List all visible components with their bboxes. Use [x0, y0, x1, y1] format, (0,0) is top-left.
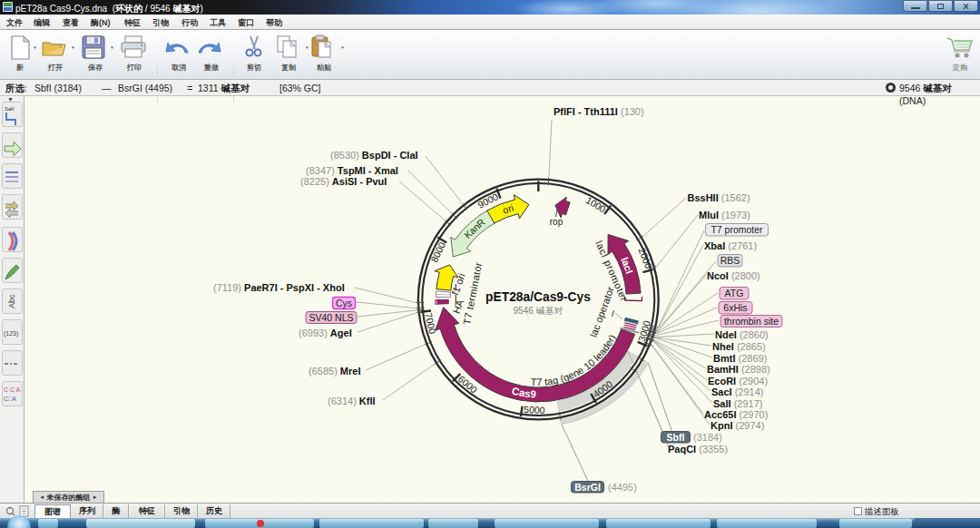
svg-text:KpnI (2974): KpnI (2974)	[710, 420, 764, 431]
svg-text:NcoI (2800): NcoI (2800)	[707, 270, 760, 281]
svg-text:2000: 2000	[636, 246, 654, 269]
svg-text:EcoRI (2904): EcoRI (2904)	[708, 376, 768, 386]
svg-text:9546 碱基对: 9546 碱基对	[513, 306, 563, 316]
svg-text:lac operator: lac operator	[588, 285, 616, 338]
svg-text:(8530) BspDI - ClaI: (8530) BspDI - ClaI	[330, 150, 418, 161]
svg-text:T7 promoter: T7 promoter	[710, 224, 763, 235]
svg-text:BmtI (2869): BmtI (2869)	[713, 353, 767, 364]
svg-text:NheI (2865): NheI (2865)	[712, 341, 766, 352]
svg-text:(6993) AgeI: (6993) AgeI	[299, 328, 352, 338]
svg-text:BsrGI: BsrGI	[574, 482, 601, 493]
svg-text:MluI (1973): MluI (1973)	[699, 210, 750, 220]
svg-text:(6314) KflI: (6314) KflI	[328, 396, 376, 406]
svg-text:Cys: Cys	[336, 298, 352, 308]
svg-text:(6585) MreI: (6585) MreI	[309, 366, 360, 376]
svg-text:PaqCI (3355): PaqCI (3355)	[668, 444, 728, 455]
svg-text:rop: rop	[550, 217, 564, 227]
svg-text:SbfI: SbfI	[667, 432, 685, 443]
svg-text:(7119) PaeR7I - PspXI - XhoI: (7119) PaeR7I - PspXI - XhoI	[213, 282, 345, 293]
svg-text:SacI (2914): SacI (2914)	[711, 386, 764, 397]
svg-text:(8225) AsiSI - PvuI: (8225) AsiSI - PvuI	[300, 176, 387, 187]
svg-text:PflFI - Tth111I (130): PflFI - Tth111I (130)	[554, 106, 644, 117]
svg-text:SV40 NLS: SV40 NLS	[309, 312, 353, 323]
svg-text:SalI (2917): SalI (2917)	[713, 398, 762, 409]
svg-text:(3184): (3184)	[693, 432, 722, 443]
svg-text:Acc65I (2970): Acc65I (2970)	[704, 409, 768, 420]
svg-text:BamHI (2898): BamHI (2898)	[707, 364, 770, 375]
svg-text:pET28a/Cas9-Cys: pET28a/Cas9-Cys	[485, 290, 591, 304]
svg-text:NdeI (2860): NdeI (2860)	[715, 329, 769, 340]
svg-text:BssHII (1562): BssHII (1562)	[688, 192, 750, 203]
svg-text:(8347) TspMI - XmaI: (8347) TspMI - XmaI	[306, 165, 398, 176]
svg-text:T7 terminator: T7 terminator	[461, 261, 484, 326]
svg-text:(4495): (4495)	[608, 482, 637, 493]
svg-text:RBS: RBS	[720, 255, 740, 266]
svg-text:6xHis: 6xHis	[723, 302, 747, 313]
svg-text:ATG: ATG	[725, 288, 744, 298]
svg-text:thrombin site: thrombin site	[724, 316, 779, 327]
svg-text:5000: 5000	[524, 404, 545, 416]
svg-text:XbaI (2761): XbaI (2761)	[704, 240, 757, 251]
